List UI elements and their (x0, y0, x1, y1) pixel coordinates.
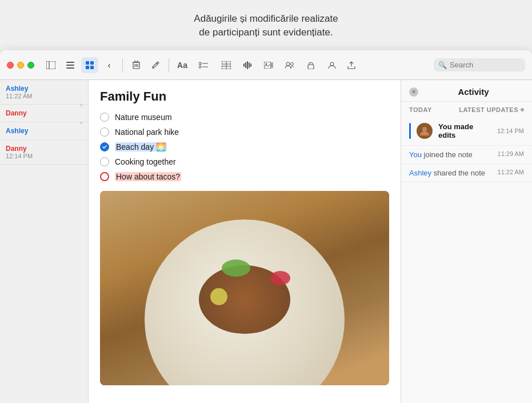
checkbox-1[interactable] (100, 113, 109, 122)
activity-item-text: You made edits (438, 122, 491, 139)
svg-point-35 (422, 127, 427, 131)
svg-rect-24 (245, 62, 246, 68)
activity-item-you-edits: You made edits 12:14 PM (401, 117, 532, 146)
checklist-button[interactable] (193, 57, 214, 73)
lime-1 (210, 288, 227, 305)
activity-item-time: 12:14 PM (497, 127, 524, 134)
sidebar-icon (46, 61, 55, 69)
tooltip-line2: de participanți sunt evidențiate. (199, 27, 333, 38)
activity-item-main: You made edits 12:14 PM (409, 122, 524, 139)
checkmark-icon (102, 145, 107, 149)
audio-button[interactable] (239, 57, 256, 73)
svg-point-15 (199, 62, 201, 65)
share-icon (347, 61, 355, 69)
search-input[interactable] (450, 61, 521, 69)
activity-item-you-joined: 11:29 AM You joined the note (401, 146, 532, 164)
close-button[interactable] (7, 62, 14, 69)
text-aa-icon: Aa (177, 61, 187, 70)
checklist-label-3: Beach day 🌅 (115, 142, 167, 151)
checklist-label-1: Nature museum (115, 113, 172, 122)
maximize-button[interactable] (27, 62, 34, 69)
chevron-right-icon-2: › (80, 119, 82, 126)
lock-button[interactable] (301, 57, 321, 73)
checkbox-3[interactable] (100, 142, 109, 151)
activity-panel: ✕ Activity TODAY LATEST UPDATES (401, 80, 532, 403)
activity-sub-time-2: 11:22 AM (498, 169, 524, 175)
delete-button[interactable] (127, 57, 145, 73)
checklist-label-5: How about tacos? (115, 172, 181, 181)
checklist-item-2[interactable]: National park hike (100, 125, 389, 139)
list-icon (66, 61, 74, 69)
note-title[interactable]: Family Fun (89, 80, 401, 110)
svg-point-31 (286, 62, 290, 66)
svg-rect-2 (66, 62, 74, 63)
herb-1 (222, 260, 250, 277)
svg-point-32 (291, 62, 294, 65)
table-button[interactable] (216, 57, 237, 73)
grid-icon (86, 61, 94, 69)
grid-view-button[interactable] (81, 57, 98, 73)
sidebar-item-danny-2[interactable]: Danny 12:14 PM (0, 140, 88, 165)
lock-icon (307, 61, 314, 69)
export-button[interactable] (343, 57, 360, 73)
activity-close-button[interactable]: ✕ (409, 87, 418, 97)
tooltip-text: Adăugirile și modificările realizate de … (194, 12, 338, 39)
svg-point-34 (330, 62, 334, 66)
svg-point-29 (266, 63, 267, 65)
svg-rect-4 (66, 67, 74, 69)
back-button[interactable]: ‹ (101, 57, 118, 73)
sidebar-time-danny-2: 12:14 PM (6, 153, 82, 159)
activity-item-ashley-shared: 11:22 AM Ashley shared the note (401, 164, 532, 182)
list-view-button[interactable] (62, 57, 79, 73)
checklist-item-4[interactable]: Cooking together (100, 154, 389, 169)
checklist-item-5[interactable]: How about tacos? (100, 169, 389, 184)
edit-button[interactable] (147, 57, 164, 73)
toolbar-divider-2 (169, 58, 169, 72)
svg-rect-26 (249, 62, 250, 68)
svg-rect-0 (46, 61, 55, 69)
checkbox-4[interactable] (100, 157, 109, 166)
people-icon (285, 62, 294, 69)
checklist-item-1[interactable]: Nature museum (100, 110, 389, 125)
sidebar: Ashley 11:22 AM › Danny › Ashley Danny 1… (0, 80, 89, 403)
svg-rect-6 (90, 61, 94, 65)
chevron-right-icon-1: › (80, 101, 82, 108)
search-icon: 🔍 (438, 61, 447, 69)
activity-sub-name-2: Ashley (409, 169, 431, 177)
share-users-button[interactable] (281, 57, 298, 73)
sidebar-item-danny-1[interactable]: › Danny (0, 105, 88, 122)
sidebar-time-ashley-1: 11:22 AM (6, 93, 82, 99)
checkbox-5[interactable] (100, 172, 109, 181)
sidebar-name-danny-2: Danny (6, 145, 82, 153)
checkbox-2[interactable] (100, 127, 109, 137)
svg-rect-23 (243, 63, 245, 67)
collaborate-button[interactable] (323, 57, 341, 73)
avatar-icon (419, 125, 430, 137)
activity-sub-time-1: 11:29 AM (498, 150, 524, 157)
food-image (100, 191, 389, 385)
checklist-label-4: Cooking together (115, 157, 176, 166)
table-icon (222, 61, 231, 69)
avatar-you (417, 123, 433, 139)
toolbar-divider-1 (122, 58, 123, 72)
activity-sub-name-1: You (409, 150, 422, 159)
sidebar-name-danny-1: Danny (6, 109, 82, 117)
checklist-item-3[interactable]: Beach day 🌅 (100, 139, 389, 154)
svg-rect-30 (271, 62, 273, 68)
checklist-icon (199, 62, 208, 69)
svg-rect-11 (135, 61, 138, 62)
activity-today-label: TODAY (409, 106, 432, 113)
traffic-lights (7, 62, 34, 69)
content-area: Ashley 11:22 AM › Danny › Ashley Danny 1… (0, 80, 532, 403)
tooltip-line1: Adăugirile și modificările realizate (194, 13, 338, 24)
text-format-button[interactable]: Aa (174, 57, 191, 73)
sidebar-item-ashley-2[interactable]: › Ashley (0, 122, 88, 140)
sidebar-toggle-button[interactable] (42, 57, 59, 73)
app-window: ‹ Aa (0, 50, 532, 403)
media-button[interactable] (258, 57, 279, 73)
minimize-button[interactable] (17, 62, 24, 69)
svg-rect-25 (247, 61, 248, 69)
sidebar-item-ashley-1[interactable]: Ashley 11:22 AM (0, 80, 88, 105)
chevron-left-icon: ‹ (108, 60, 111, 70)
search-box[interactable]: 🔍 (434, 58, 525, 71)
